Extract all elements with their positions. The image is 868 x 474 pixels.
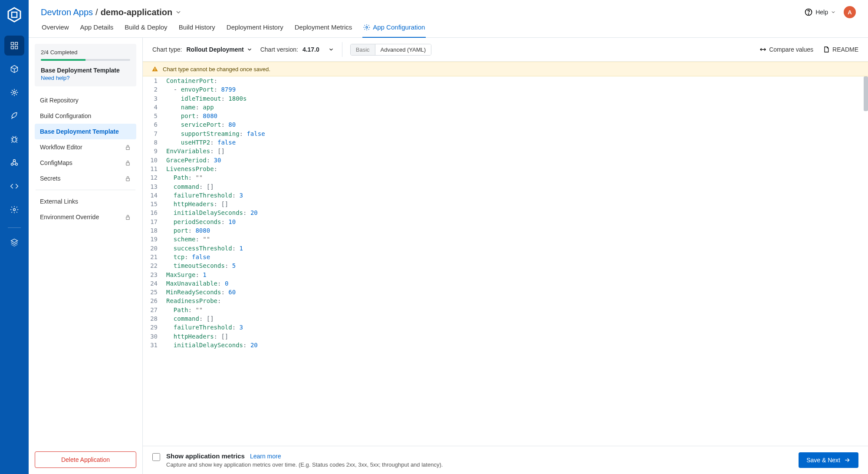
- svg-rect-1: [15, 43, 18, 45]
- readme-button[interactable]: README: [823, 46, 858, 53]
- svg-rect-16: [126, 217, 130, 219]
- tab-deployment-history[interactable]: Deployment History: [226, 23, 284, 38]
- code-content: successThreshold: 1: [163, 244, 243, 253]
- rail-code-icon[interactable]: [4, 176, 24, 196]
- code-line: 27 Path: "": [143, 306, 868, 314]
- nav-item-label: Environment Override: [40, 214, 99, 221]
- line-number: 9: [143, 147, 163, 155]
- avatar[interactable]: A: [844, 6, 856, 18]
- chevron-down-icon[interactable]: [175, 9, 182, 16]
- svg-point-9: [13, 209, 16, 211]
- nav-git-repository[interactable]: Git Repository: [35, 92, 136, 108]
- compare-values-button[interactable]: Compare values: [760, 46, 813, 53]
- nav-base-deployment-template[interactable]: Base Deployment Template: [35, 124, 136, 139]
- rail-apps-icon[interactable]: [4, 36, 24, 56]
- nav-external-links[interactable]: External Links: [35, 194, 136, 209]
- line-number: 1: [143, 76, 163, 85]
- breadcrumb-sep: /: [95, 7, 98, 17]
- tab-deployment-metrics[interactable]: Deployment Metrics: [294, 23, 353, 38]
- svg-point-7: [11, 163, 13, 165]
- rail-cluster-icon[interactable]: [4, 153, 24, 173]
- rail-helm-icon[interactable]: [4, 82, 24, 102]
- toggle-advanced[interactable]: Advanced (YAML): [375, 44, 431, 55]
- arrow-right-icon: [844, 457, 851, 464]
- toggle-basic[interactable]: Basic: [351, 44, 375, 55]
- line-number: 30: [143, 332, 163, 341]
- nav-workflow-editor[interactable]: Workflow Editor: [35, 139, 136, 155]
- code-content: httpHeaders: []: [163, 332, 228, 341]
- code-line: 16 initialDelaySeconds: 20: [143, 208, 868, 217]
- nav-build-configuration[interactable]: Build Configuration: [35, 108, 136, 124]
- help-button[interactable]: Help: [804, 8, 836, 16]
- tab-app-configuration[interactable]: App Configuration: [362, 23, 426, 38]
- rail-rocket-icon[interactable]: [4, 106, 24, 126]
- code-line: 2 - envoyPort: 8799: [143, 85, 868, 94]
- line-number: 23: [143, 270, 163, 279]
- config-sidebar: 2/4 Completed Base Deployment Template N…: [29, 38, 142, 474]
- nav-item-label: Base Deployment Template: [40, 128, 119, 135]
- code-line: 15 httpHeaders: []: [143, 200, 868, 208]
- code-line: 5 port: 8080: [143, 112, 868, 120]
- delete-application-button[interactable]: Delete Application: [35, 451, 136, 468]
- code-content: ContainerPort:: [163, 76, 217, 85]
- svg-rect-14: [126, 162, 130, 165]
- code-content: LivenessProbe:: [163, 165, 217, 173]
- tab-overview[interactable]: Overview: [41, 23, 70, 38]
- code-content: httpHeaders: []: [163, 200, 228, 208]
- line-number: 2: [143, 85, 163, 94]
- rail-stack-icon[interactable]: [4, 232, 24, 252]
- svg-rect-3: [15, 46, 18, 49]
- yaml-editor[interactable]: 1ContainerPort:2 - envoyPort: 87993 idle…: [143, 76, 868, 446]
- line-number: 28: [143, 314, 163, 323]
- breadcrumb-current: demo-application: [101, 7, 173, 17]
- code-line: 22 timeoutSeconds: 5: [143, 261, 868, 270]
- rail-cube-icon[interactable]: [4, 59, 24, 79]
- code-content: port: 8080: [163, 226, 210, 235]
- code-line: 1ContainerPort:: [143, 76, 868, 85]
- tab-build-history[interactable]: Build History: [178, 23, 216, 38]
- tab-app-details[interactable]: App Details: [79, 23, 115, 38]
- svg-point-11: [809, 14, 809, 14]
- progress-help-link[interactable]: Need help?: [41, 75, 70, 81]
- line-number: 12: [143, 173, 163, 182]
- tab-build-deploy[interactable]: Build & Deploy: [124, 23, 168, 38]
- chart-version-dropdown[interactable]: 4.17.0: [302, 46, 334, 53]
- nav-secrets[interactable]: Secrets: [35, 171, 136, 186]
- code-line: 11LivenessProbe:: [143, 165, 868, 173]
- code-content: failureThreshold: 3: [163, 323, 243, 332]
- rail-bug-icon[interactable]: [4, 129, 24, 149]
- nav-environment-override[interactable]: Environment Override: [35, 209, 136, 225]
- code-line: 19 scheme: "": [143, 235, 868, 244]
- svg-point-4: [13, 92, 16, 94]
- svg-rect-0: [11, 43, 14, 45]
- readme-label: README: [832, 46, 858, 53]
- code-content: MaxSurge: 1: [163, 270, 207, 279]
- save-and-next-button[interactable]: Save & Next: [799, 452, 858, 468]
- warning-text: Chart type cannot be changed once saved.: [163, 66, 270, 72]
- code-line: 31 initialDelaySeconds: 20: [143, 341, 868, 349]
- warning-banner: Chart type cannot be changed once saved.: [143, 62, 868, 76]
- metrics-title: Show application metrics: [166, 452, 245, 460]
- nav-configmaps[interactable]: ConfigMaps: [35, 155, 136, 171]
- code-content: ReadinessProbe:: [163, 296, 221, 305]
- code-content: command: []: [163, 314, 214, 323]
- left-nav-rail: [0, 0, 29, 474]
- scrollbar-thumb[interactable]: [864, 76, 868, 111]
- code-line: 17 periodSeconds: 10: [143, 217, 868, 226]
- code-line: 24MaxUnavailable: 0: [143, 279, 868, 288]
- metrics-checkbox[interactable]: [152, 453, 160, 461]
- line-number: 29: [143, 323, 163, 332]
- code-content: command: []: [163, 182, 214, 191]
- rail-settings-icon[interactable]: [4, 200, 24, 220]
- line-number: 20: [143, 244, 163, 253]
- code-line: 8 useHTTP2: false: [143, 138, 868, 147]
- save-label: Save & Next: [806, 457, 840, 464]
- chart-type-dropdown[interactable]: Rollout Deployment: [186, 46, 252, 53]
- avatar-initial: A: [848, 9, 852, 16]
- lock-icon: [125, 144, 131, 151]
- metrics-learn-more[interactable]: Learn more: [250, 453, 281, 460]
- code-content: timeoutSeconds: 5: [163, 261, 236, 270]
- breadcrumb-root[interactable]: Devtron Apps: [41, 7, 93, 17]
- lock-icon: [125, 175, 131, 182]
- line-number: 13: [143, 182, 163, 191]
